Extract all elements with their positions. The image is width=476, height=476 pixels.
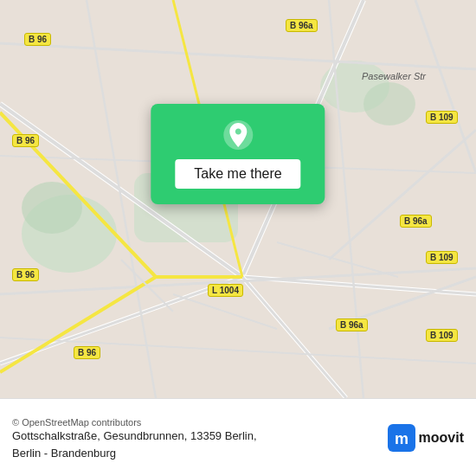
info-bar: © OpenStreetMap contributors Gottschalks… bbox=[0, 398, 476, 476]
map-container: B 96 B 96a B 96 B 96 B 96 B 96a B 109 B … bbox=[0, 0, 476, 398]
road-label-b96-left2: B 96 bbox=[12, 268, 39, 281]
road-label-b96-top: B 96 bbox=[24, 33, 51, 46]
road-label-b96a-right: B 96a bbox=[400, 215, 432, 228]
road-label-b96-left1: B 96 bbox=[12, 134, 39, 147]
road-label-b109-right2: B 109 bbox=[426, 251, 458, 264]
road-label-b96-left3: B 96 bbox=[74, 346, 100, 359]
road-label-l1004: L 1004 bbox=[208, 284, 243, 297]
location-pin-icon bbox=[222, 119, 254, 151]
road-label-b109-right1: B 109 bbox=[426, 111, 458, 124]
road-label-b96a-top: B 96a bbox=[286, 19, 318, 32]
svg-point-5 bbox=[363, 82, 415, 125]
moovit-text: moovit bbox=[419, 430, 464, 446]
address-block: © OpenStreetMap contributors Gottschalks… bbox=[12, 414, 388, 461]
address-text: Gottschalkstraße, Gesundbrunnen, 13359 B… bbox=[12, 428, 388, 461]
moovit-logo-icon: m bbox=[388, 424, 415, 452]
location-popup: Take me there bbox=[151, 104, 325, 204]
svg-text:m: m bbox=[395, 430, 408, 447]
osm-credit: © OpenStreetMap contributors bbox=[12, 417, 388, 428]
take-me-there-button[interactable]: Take me there bbox=[175, 159, 300, 189]
moovit-logo: m moovit bbox=[388, 424, 464, 452]
road-label-b96a-bottom: B 96a bbox=[336, 318, 368, 331]
road-label-b109-right3: B 109 bbox=[426, 329, 458, 342]
street-label-pasewalker: Pasewalker Str bbox=[362, 71, 426, 81]
